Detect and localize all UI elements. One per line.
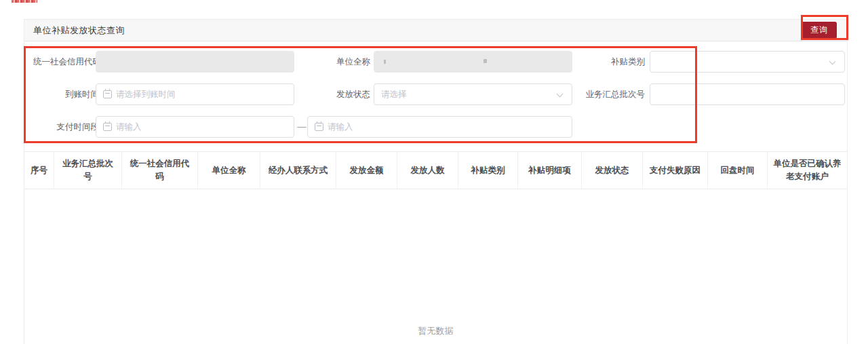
payout-status-value: 请选择 — [374, 89, 407, 100]
column-header: 序号 — [24, 152, 54, 189]
chevron-down-icon — [829, 58, 836, 65]
credit-code-field — [96, 57, 294, 66]
column-header: 支付失败原因 — [643, 152, 708, 189]
range-separator: — — [296, 116, 307, 138]
credit-code-input — [96, 51, 294, 73]
arrival-time-label: 到账时间 — [31, 83, 99, 105]
payout-status-label: 发放状态 — [302, 83, 370, 105]
batch-no-label: 业务汇总批次号 — [577, 83, 645, 105]
calendar-icon — [103, 90, 112, 98]
calendar-icon — [315, 123, 323, 131]
clipped-red-text — [12, 0, 37, 3]
query-panel: 单位补贴发放状态查询 查询 统一社会信用代码 单位全称 补贴类别 到账时间 发放… — [24, 19, 848, 344]
column-header: 发放人数 — [397, 152, 458, 189]
column-header: 业务汇总批次号 — [54, 152, 122, 189]
pay-period-end-field[interactable] — [323, 122, 572, 132]
subsidy-category-label: 补贴类别 — [577, 51, 645, 73]
column-header: 回盘时间 — [708, 152, 768, 189]
unit-name-input — [374, 51, 572, 73]
pay-period-start-field[interactable] — [112, 122, 294, 132]
subsidy-category-select[interactable] — [650, 51, 845, 73]
payout-status-select[interactable]: 请选择 — [374, 83, 572, 105]
pay-period-end-picker[interactable] — [307, 116, 572, 138]
results-table-header: 序号 业务汇总批次号 统一社会信用代码 单位全称 经办人联系方式 发放金额 发放… — [24, 151, 847, 189]
query-button[interactable]: 查询 — [802, 22, 837, 39]
chevron-down-icon — [557, 91, 564, 98]
column-header: 单位全称 — [198, 152, 260, 189]
column-header: 统一社会信用代码 — [122, 152, 198, 189]
column-header: 补贴明细项 — [518, 152, 582, 189]
column-header: 单位是否已确认养老支付账户 — [768, 152, 847, 189]
calendar-icon — [103, 123, 112, 131]
pay-period-label: 支付时间段 — [31, 116, 99, 138]
panel-header: 单位补贴发放状态查询 — [24, 20, 847, 41]
column-header: 补贴类别 — [458, 152, 518, 189]
column-header: 经办人联系方式 — [260, 152, 336, 189]
unit-name-label: 单位全称 — [302, 51, 370, 73]
credit-code-label: 统一社会信用代码 — [33, 51, 99, 73]
batch-no-field[interactable] — [650, 90, 844, 99]
pay-period-start-picker[interactable] — [96, 116, 294, 138]
column-header: 发放状态 — [582, 152, 643, 189]
redacted-mark — [384, 60, 386, 64]
redacted-mark — [484, 59, 487, 63]
column-header: 发放金额 — [336, 152, 397, 189]
page-title: 单位补贴发放状态查询 — [33, 24, 125, 37]
batch-no-input[interactable] — [650, 83, 845, 105]
arrival-time-picker[interactable] — [96, 83, 294, 105]
unit-name-field — [374, 57, 572, 66]
arrival-time-field[interactable] — [112, 90, 294, 99]
empty-state-text: 暂无数据 — [24, 325, 847, 337]
